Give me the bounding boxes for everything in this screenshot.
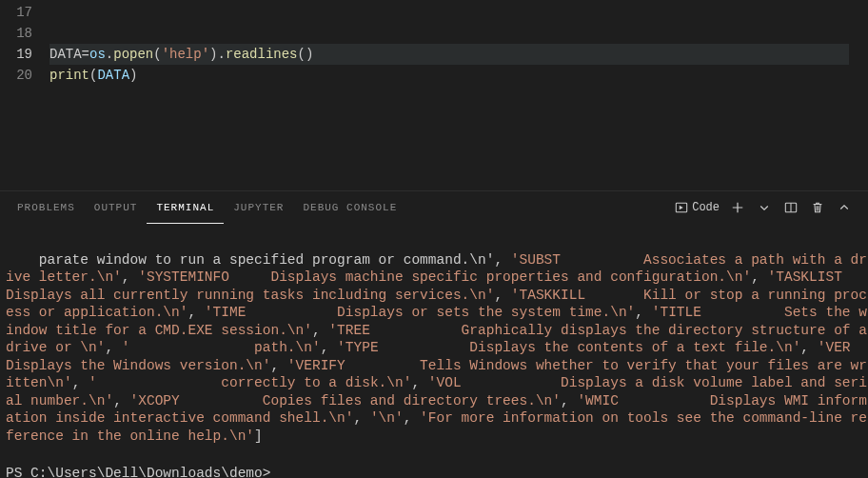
terminal-text: ,	[312, 323, 328, 338]
terminal-text: ,	[353, 410, 369, 426]
code-token: ()	[298, 47, 314, 62]
terminal-text: ,	[113, 393, 129, 408]
terminal-text: ]	[254, 428, 263, 444]
code-line[interactable]	[49, 23, 868, 44]
terminal-text: 'SYSTEMINFO Displays machine specific pr…	[138, 269, 751, 285]
trash-icon	[811, 201, 824, 214]
terminal-text: ,	[561, 393, 577, 408]
terminal-text: ,	[270, 358, 286, 373]
panel-tabs: PROBLEMSOUTPUTTERMINALJUPYTERDEBUG CONSO…	[0, 191, 868, 224]
terminal-text: ,	[321, 340, 337, 355]
terminal-text: ,	[635, 305, 651, 320]
code-token: popen	[113, 47, 153, 62]
line-number: 18	[0, 23, 32, 44]
terminal-prompt[interactable]: PS C:\Users\Dell\Downloads\demo>	[6, 465, 868, 479]
play-icon	[675, 201, 688, 214]
code-token: DATA	[97, 68, 129, 83]
code-token: 'help'	[162, 47, 209, 62]
terminal-launch-select[interactable]: Code	[675, 201, 720, 214]
code-line[interactable]	[49, 2, 868, 23]
terminal-dropdown-button[interactable]	[756, 199, 773, 216]
launch-label: Code	[692, 201, 720, 214]
terminal-text: ,	[494, 288, 510, 303]
panel-tab-jupyter[interactable]: JUPYTER	[224, 191, 293, 224]
kill-terminal-button[interactable]	[809, 199, 826, 216]
code-area[interactable]: DATA=os.popen('help').readlines()print(D…	[49, 0, 868, 190]
terminal-text: '\n'	[370, 410, 404, 426]
terminal-text: 'TYPE Displays the contents of a text fi…	[337, 340, 800, 355]
code-token: .	[106, 47, 113, 62]
panel-tab-output[interactable]: OUTPUT	[85, 191, 148, 224]
code-token: os	[89, 47, 106, 62]
terminal-text: ,	[751, 269, 767, 285]
code-token: DATA	[49, 47, 82, 62]
new-terminal-button[interactable]	[729, 199, 746, 216]
line-number: 19	[0, 44, 32, 65]
chevron-up-icon	[838, 202, 850, 213]
terminal-text: ,	[72, 375, 89, 390]
terminal-text: 'XCOPY Copies files and directory trees.…	[130, 393, 561, 408]
code-line[interactable]: print(DATA)	[49, 65, 868, 86]
terminal-text: parate window to run a specified program…	[39, 252, 511, 268]
split-terminal-button[interactable]	[782, 199, 799, 216]
terminal-text: ,	[404, 410, 420, 426]
code-token: =	[82, 47, 89, 62]
code-editor[interactable]: 17181920 DATA=os.popen('help').readlines…	[0, 0, 868, 190]
terminal-text: ,	[187, 305, 204, 320]
line-gutter: 17181920	[0, 0, 49, 190]
code-line[interactable]: DATA=os.popen('help').readlines()	[49, 44, 849, 65]
panel-actions: Code	[675, 199, 860, 216]
code-token: .	[217, 47, 225, 62]
plus-icon	[731, 201, 744, 214]
code-token: readlines	[226, 47, 298, 62]
bottom-panel: PROBLEMSOUTPUTTERMINALJUPYTERDEBUG CONSO…	[0, 190, 868, 478]
line-number: 20	[0, 65, 32, 86]
panel-tab-terminal[interactable]: TERMINAL	[147, 191, 224, 224]
terminal-text: ,	[411, 375, 427, 390]
code-token: print	[49, 68, 89, 83]
panel-tab-problems[interactable]: PROBLEMS	[8, 191, 85, 224]
chevron-down-icon	[759, 202, 770, 213]
split-icon	[784, 201, 798, 214]
code-token: (	[153, 47, 161, 62]
terminal-output[interactable]: parate window to run a specified program…	[0, 224, 868, 478]
panel-tab-debug[interactable]: DEBUG CONSOLE	[293, 191, 406, 224]
terminal-text: ,	[800, 340, 817, 355]
terminal-text: 'TIME Displays or sets the system time.\…	[205, 305, 635, 320]
terminal-text: ' correctly to a disk.\n'	[89, 375, 411, 390]
terminal-text: ,	[122, 269, 138, 285]
terminal-text: ' path.\n'	[122, 340, 321, 355]
maximize-panel-button[interactable]	[836, 199, 853, 216]
code-token: )	[129, 68, 137, 83]
terminal-text: ,	[105, 340, 121, 355]
line-number: 17	[0, 2, 32, 23]
